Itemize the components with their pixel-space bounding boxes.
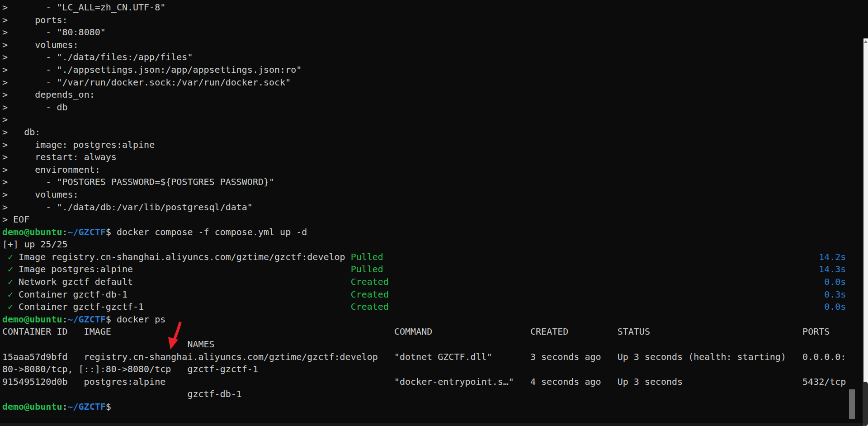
terminal-line: > ports:: [2, 14, 861, 27]
scroll-up-arrow-icon[interactable]: [864, 40, 868, 43]
terminal-line: ✓ Container gzctf-gzctf-1 Created 0.0s: [2, 301, 861, 313]
page-scrollbar-thumb[interactable]: [863, 382, 868, 426]
terminal-line: NAMES: [2, 338, 861, 351]
terminal-scrollbar-thumb[interactable]: [849, 389, 855, 419]
terminal-line: ✓ Network gzctf_default Created 0.0s: [2, 276, 861, 289]
terminal-line: demo@ubuntu:~/GZCTF$: [2, 401, 861, 413]
terminal-line: > - "80:8080": [2, 26, 861, 39]
terminal-line: > - "POSTGRES_PASSWORD=${POSTGRES_PASSWO…: [2, 176, 861, 189]
terminal-line: > - "./data/files:/app/files": [2, 51, 861, 64]
terminal-line: ✓ Image postgres:alpine Pulled 14.3s: [2, 263, 861, 276]
terminal-line: > EOF: [2, 213, 861, 226]
terminal-line: ✓ Container gzctf-db-1 Created 0.3s: [2, 289, 861, 301]
terminal-line: > - "./appsettings.json:/app/appsettings…: [2, 64, 861, 76]
terminal-line: ✓ Image registry.cn-shanghai.aliyuncs.co…: [2, 251, 861, 264]
terminal-line: > - "/var/run/docker.sock:/var/run/docke…: [2, 76, 861, 89]
terminal-line: CONTAINER ID IMAGE COMMAND CREATED STATU…: [2, 326, 861, 338]
terminal-line: > image: postgres:alpine: [2, 139, 861, 151]
terminal-line: > - "./data/db:/var/lib/postgresql/data": [2, 201, 861, 214]
terminal-line: 80->8080/tcp, [::]:80->8080/tcp gzctf-gz…: [2, 363, 861, 376]
terminal-line: > restart: always: [2, 151, 861, 164]
terminal-line: demo@ubuntu:~/GZCTF$ docker ps: [2, 313, 861, 326]
terminal-line: [+] up 25/25: [2, 238, 861, 251]
terminal-line: > environment:: [2, 164, 861, 176]
terminal-line: gzctf-db-1: [2, 388, 861, 401]
terminal-line: 15aaa57d9bfd registry.cn-shanghai.aliyun…: [2, 351, 861, 364]
terminal-line: > - "LC_ALL=zh_CN.UTF-8": [2, 1, 861, 14]
terminal-line: > volumes:: [2, 39, 861, 52]
terminal-line: > db:: [2, 126, 861, 139]
terminal-screen[interactable]: > - "LC_ALL=zh_CN.UTF-8"> ports:> - "80:…: [0, 0, 861, 426]
window-bottom-edge: [0, 423, 868, 426]
terminal-line: > depends_on:: [2, 89, 861, 101]
terminal-line: 915495120d0b postgres:alpine "docker-ent…: [2, 376, 861, 388]
terminal-line: > - db: [2, 101, 861, 114]
page-scrollbar-track[interactable]: [863, 38, 868, 426]
terminal-line: >: [2, 114, 861, 126]
terminal-line: > volumes:: [2, 189, 861, 201]
terminal-line: demo@ubuntu:~/GZCTF$ docker compose -f c…: [2, 226, 861, 239]
